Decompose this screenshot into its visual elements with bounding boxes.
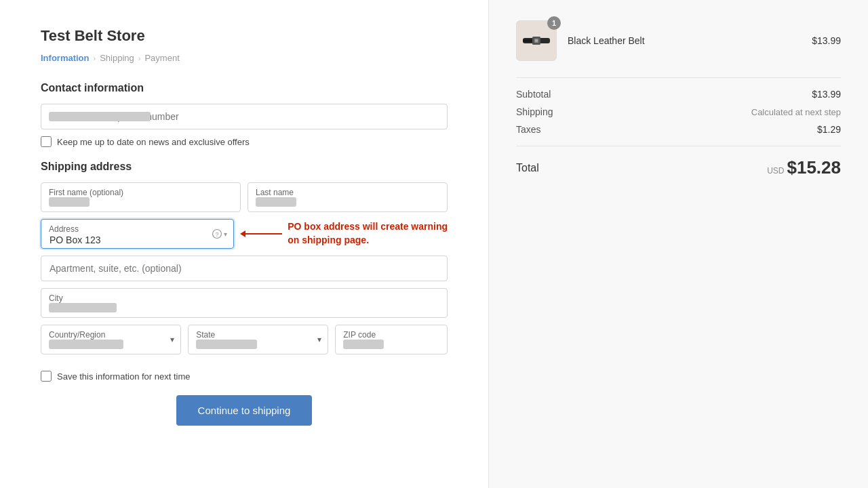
name-row: First name (optional) Last name <box>41 182 448 212</box>
state-redacted <box>196 340 257 349</box>
item-badge: 1 <box>547 16 561 30</box>
total-amount: $15.28 <box>787 157 841 178</box>
continue-button-wrapper: Continue to shipping <box>41 395 448 426</box>
apt-input[interactable] <box>41 256 448 281</box>
divider-2 <box>516 146 841 146</box>
annotation-container: PO box address will create warning on sh… <box>245 220 448 247</box>
shipping-label: Shipping <box>516 106 553 117</box>
contact-section-title: Contact information <box>41 82 448 94</box>
shipping-row: Shipping Calculated at next step <box>516 106 841 117</box>
arrowhead <box>240 230 245 237</box>
subtotal-row: Subtotal $13.99 <box>516 89 841 100</box>
breadcrumb-payment: Payment <box>144 53 179 63</box>
annotation-text: PO box address will create warning on sh… <box>288 220 448 247</box>
region-row: United States Country/Region California … <box>41 325 448 361</box>
total-currency: USD <box>767 166 784 176</box>
annotation-arrow <box>245 233 282 235</box>
right-panel: 1 Black Leather Belt $13.99 Subtotal $13… <box>488 0 868 488</box>
svg-text:?: ? <box>216 231 219 238</box>
country-redacted <box>49 340 123 349</box>
product-price: $13.99 <box>812 35 841 46</box>
save-info-row: Save this information for next time <box>41 371 448 382</box>
city-redacted <box>49 303 117 312</box>
chevron-icon-2: › <box>138 54 141 62</box>
product-name: Black Leather Belt <box>568 35 801 46</box>
svg-rect-5 <box>523 39 532 42</box>
shipping-value: Calculated at next step <box>751 107 841 117</box>
total-value-wrapper: USD $15.28 <box>767 157 841 178</box>
breadcrumb-shipping[interactable]: Shipping <box>100 53 134 63</box>
shipping-address-section: Shipping address First name (optional) L… <box>41 161 448 426</box>
save-info-checkbox[interactable] <box>41 371 52 382</box>
email-field-group <box>41 104 448 129</box>
chevron-icon: › <box>94 54 96 62</box>
order-item: 1 Black Leather Belt $13.99 <box>516 20 841 61</box>
taxes-label: Taxes <box>516 124 541 135</box>
store-title: Test Belt Store <box>41 27 448 45</box>
continue-to-shipping-button[interactable]: Continue to shipping <box>176 395 313 426</box>
product-info: Black Leather Belt <box>568 35 801 46</box>
belt-illustration <box>520 28 553 53</box>
zip-redacted <box>343 340 384 349</box>
apt-field-group <box>41 256 448 281</box>
svg-point-6 <box>535 39 538 42</box>
city-input-wrapper: City <box>41 288 448 318</box>
annotation-line1: PO box address will create warning <box>288 220 448 234</box>
taxes-value: $1.29 <box>817 124 841 135</box>
product-image-wrapper: 1 <box>516 20 557 61</box>
address-annotation-row: Address ? ▾ PO box address will create <box>41 219 448 249</box>
state-group: California State <box>188 325 328 354</box>
email-input-wrapper <box>41 104 448 129</box>
annotation-line2: on shipping page. <box>288 234 448 247</box>
shipping-section-title: Shipping address <box>41 161 448 173</box>
state-wrapper: California State <box>188 325 328 354</box>
email-redacted <box>49 112 151 121</box>
city-field-group: City <box>41 288 448 318</box>
newsletter-checkbox[interactable] <box>41 136 52 147</box>
arrow-shaft <box>245 233 282 235</box>
country-group: United States Country/Region <box>41 325 181 354</box>
first-name-redacted <box>49 197 90 207</box>
last-name-redacted <box>256 197 296 207</box>
subtotal-value: $13.99 <box>812 89 841 100</box>
save-info-label[interactable]: Save this information for next time <box>57 371 191 382</box>
taxes-row: Taxes $1.29 <box>516 124 841 135</box>
last-name-wrapper: Last name <box>248 182 448 212</box>
last-name-group: Last name <box>248 182 448 212</box>
address-icon: ? ▾ <box>212 228 227 239</box>
divider-1 <box>516 77 841 78</box>
zip-group: ZIP code <box>335 325 448 354</box>
zip-wrapper: ZIP code <box>335 325 448 354</box>
first-name-group: First name (optional) <box>41 182 241 212</box>
address-input-wrapper: Address ? ▾ <box>41 219 234 249</box>
total-label: Total <box>516 162 539 174</box>
total-row: Total USD $15.28 <box>516 157 841 178</box>
country-wrapper: United States Country/Region <box>41 325 181 354</box>
breadcrumb: Information › Shipping › Payment <box>41 53 448 63</box>
breadcrumb-information[interactable]: Information <box>41 53 90 63</box>
left-panel: Test Belt Store Information › Shipping ›… <box>0 0 488 488</box>
newsletter-label[interactable]: Keep me up to date on news and exclusive… <box>57 137 250 147</box>
subtotal-label: Subtotal <box>516 89 551 100</box>
first-name-wrapper: First name (optional) <box>41 182 241 212</box>
address-input[interactable] <box>41 219 234 249</box>
newsletter-checkbox-row: Keep me up to date on news and exclusive… <box>41 136 448 147</box>
